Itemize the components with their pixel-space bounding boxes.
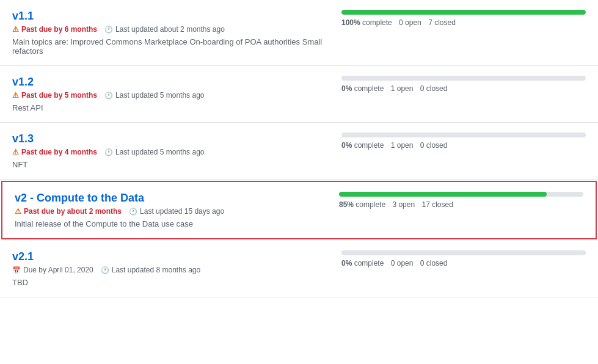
updated-time: 🕐 Last updated 8 months ago: [101, 266, 200, 274]
milestone-right: 0% complete 1 open 0 closed: [329, 133, 586, 150]
complete-pct: 100% complete: [341, 18, 392, 27]
progress-stats: 100% complete 0 open 7 closed: [341, 18, 461, 27]
due-status: ⚠ Past due by 4 months: [12, 148, 97, 156]
complete-pct: 0% complete: [341, 84, 384, 93]
milestone-description: Main topics are: Improved Commons Market…: [12, 37, 329, 56]
closed-count: 0 closed: [420, 141, 448, 150]
closed-count: 0 closed: [420, 259, 448, 268]
progress-stats: 0% complete 0 open 0 closed: [341, 259, 452, 268]
closed-count: 7 closed: [428, 18, 456, 27]
warning-icon: ⚠: [12, 25, 19, 34]
milestone-meta: ⚠ Past due by 5 months 🕐 Last updated 5 …: [12, 91, 329, 100]
milestone-right: 0% complete 0 open 0 closed: [329, 250, 586, 268]
progress-stats: 85% complete 3 open 17 closed: [339, 200, 458, 209]
milestone-item-v2[interactable]: v2 - Compute to the Data ⚠ Past due by a…: [1, 181, 597, 239]
warning-icon: ⚠: [12, 91, 19, 100]
updated-time: 🕐 Last updated 5 months ago: [104, 91, 204, 100]
milestone-meta: ⚠ Past due by 6 months 🕐 Last updated ab…: [12, 25, 329, 34]
progress-bar-container: [341, 76, 586, 81]
progress-bar-container: [341, 250, 586, 255]
milestone-title[interactable]: v2 - Compute to the Data: [15, 192, 327, 205]
progress-bar-container: [339, 192, 583, 197]
progress-bar-container: [341, 10, 586, 15]
milestone-right: 0% complete 1 open 0 closed: [329, 76, 586, 93]
due-date: 📅 Due by April 01, 2020: [12, 266, 93, 274]
updated-time: 🕐 Last updated 5 months ago: [104, 148, 204, 156]
open-count: 1 open: [391, 141, 414, 150]
clock-icon: 🕐: [101, 266, 109, 274]
calendar-icon: 📅: [12, 266, 21, 274]
due-status: ⚠ Past due by 5 months: [12, 91, 97, 100]
progress-stats: 0% complete 1 open 0 closed: [341, 84, 452, 93]
milestone-title[interactable]: v1.1: [12, 10, 329, 23]
milestone-description: Initial release of the Compute to the Da…: [15, 219, 327, 228]
milestone-right: 100% complete 0 open 7 closed: [329, 10, 586, 27]
milestone-left: v2.1 📅 Due by April 01, 2020 🕐 Last upda…: [12, 250, 329, 287]
progress-stats: 0% complete 1 open 0 closed: [341, 141, 452, 150]
complete-pct: 85% complete: [339, 200, 385, 209]
complete-pct: 0% complete: [341, 259, 384, 268]
open-count: 0 open: [391, 259, 414, 268]
open-count: 0 open: [399, 18, 421, 27]
milestone-description: TBD: [12, 278, 329, 287]
milestone-description: NFT: [12, 160, 329, 169]
updated-time: 🕐 Last updated about 2 months ago: [104, 25, 225, 34]
milestone-meta: ⚠ Past due by 4 months 🕐 Last updated 5 …: [12, 148, 329, 156]
milestone-left: v1.1 ⚠ Past due by 6 months 🕐 Last updat…: [12, 10, 329, 56]
clock-icon: 🕐: [104, 148, 113, 156]
milestone-title[interactable]: v1.3: [12, 133, 329, 145]
clock-icon: 🕐: [129, 208, 137, 216]
milestone-left: v1.2 ⚠ Past due by 5 months 🕐 Last updat…: [12, 76, 329, 112]
updated-time: 🕐 Last updated 15 days ago: [129, 207, 224, 216]
clock-icon: 🕐: [104, 92, 113, 100]
due-status: ⚠ Past due by 6 months: [12, 25, 97, 34]
milestone-title[interactable]: v2.1: [12, 250, 329, 263]
milestone-list: v1.1 ⚠ Past due by 6 months 🕐 Last updat…: [0, 0, 598, 364]
warning-icon: ⚠: [12, 148, 19, 156]
progress-bar-fill: [341, 10, 586, 15]
open-count: 1 open: [391, 84, 414, 93]
milestone-left: v1.3 ⚠ Past due by 4 months 🕐 Last updat…: [12, 133, 329, 169]
due-status: ⚠ Past due by about 2 months: [15, 207, 122, 216]
milestone-right: 85% complete 3 open 17 closed: [327, 192, 583, 209]
warning-icon: ⚠: [15, 207, 21, 216]
milestone-meta: 📅 Due by April 01, 2020 🕐 Last updated 8…: [12, 266, 329, 274]
milestone-meta: ⚠ Past due by about 2 months 🕐 Last upda…: [15, 207, 327, 216]
milestone-item-v1-3[interactable]: v1.3 ⚠ Past due by 4 months 🕐 Last updat…: [0, 123, 598, 180]
clock-icon: 🕐: [104, 26, 113, 34]
milestone-item-v1-1[interactable]: v1.1 ⚠ Past due by 6 months 🕐 Last updat…: [0, 0, 598, 66]
progress-bar-container: [341, 133, 586, 137]
milestone-title[interactable]: v1.2: [12, 76, 329, 89]
complete-pct: 0% complete: [341, 141, 384, 150]
milestone-left: v2 - Compute to the Data ⚠ Past due by a…: [15, 192, 327, 228]
milestone-item-v2-1[interactable]: v2.1 📅 Due by April 01, 2020 🕐 Last upda…: [0, 241, 598, 297]
milestone-description: Rest API: [12, 103, 329, 112]
closed-count: 17 closed: [421, 200, 453, 209]
progress-bar-fill: [339, 192, 547, 197]
milestone-item-v1-2[interactable]: v1.2 ⚠ Past due by 5 months 🕐 Last updat…: [0, 66, 598, 123]
closed-count: 0 closed: [420, 84, 448, 93]
open-count: 3 open: [392, 200, 415, 209]
